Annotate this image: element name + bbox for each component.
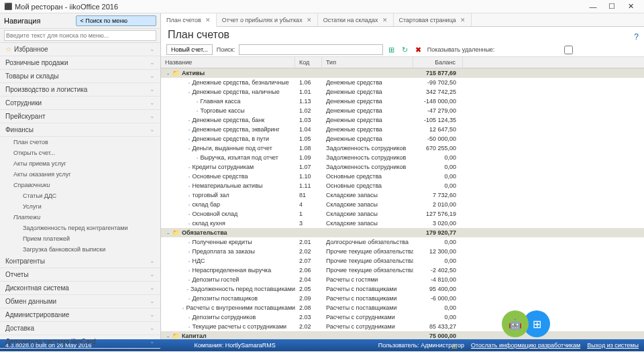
table-row[interactable]: Денежные средства, банк1.03Денежные сред… [161,115,644,125]
table-row[interactable]: Денежные средства, эквайринг1.04Денежные… [161,125,644,134]
sidebar: Навигация < Поиск по меню Избранное⌄ Роз… [0,13,161,339]
group-row[interactable]: -Активы715 877,69 [161,68,644,78]
tab-2[interactable]: Остатки на складах ✕ [318,13,394,26]
nav-favorites[interactable]: Избранное⌄ [0,43,160,56]
table-row[interactable]: Выручка, изъятая под отчет1.09Задолженно… [161,153,644,162]
search-input[interactable] [239,44,383,55]
nav-cat-5[interactable]: Финансы⌄ [0,123,160,137]
nav-bottom-1[interactable]: Отчеты⌄ [0,268,160,282]
tab-3[interactable]: Стартовая страница ✕ [394,13,472,26]
table-row[interactable]: Задолженность перед поставщиками2.05Расч… [161,284,644,294]
excel-icon[interactable]: ⊞ [387,46,396,54]
table-row[interactable]: Полученные кредиты2.01Долгосрочные обяза… [161,237,644,247]
nav-sub[interactable]: Платежи [0,212,160,223]
table-row[interactable]: Кредиты сотрудникам1.07Задолженность сот… [161,162,644,172]
grid-header: Название Код Тип Баланс [161,57,644,68]
table-row[interactable]: Торговые кассы1.02Денежные средства-47 2… [161,106,644,115]
nav-bottom-6[interactable]: Депозитная система iikoCard⌄ [0,335,160,349]
nav-sub[interactable]: Услуги [0,201,160,212]
table-row[interactable]: Главная касса1.13Денежные средства-148 0… [161,97,644,106]
maximize-button[interactable]: ☐ [602,2,621,11]
app-icon: ⬛ [4,3,12,10]
tabs: План счетов ✕Отчет о прибылях и убытках … [161,13,644,27]
table-row[interactable]: Нематериальные активы1.11Основные средст… [161,181,644,190]
close-icon[interactable]: ✕ [460,17,466,23]
nav-bottom-4[interactable]: Администрирование⌄ [0,308,160,322]
nav-sub[interactable]: Акты оказания услуг [0,169,160,180]
nav-bottom-7[interactable]: Помощь⌄ [0,349,160,352]
nav-bottom-0[interactable]: Контрагенты⌄ [0,255,160,268]
minimize-button[interactable]: — [584,3,602,11]
group-row[interactable]: -Капитал75 000,00 [161,331,644,339]
page-title: План счетов [161,27,644,43]
group-row[interactable]: -Обязательства179 920,77 [161,228,644,237]
close-window-button[interactable]: ✕ [621,2,640,11]
chevron-down-icon: ⌄ [150,59,155,66]
exit-link[interactable]: Выход из системы [587,342,639,349]
nav-sub[interactable]: Акты приема услуг [0,158,160,169]
chevron-down-icon: ⌄ [150,257,155,264]
table-row[interactable]: Текущие расчеты с сотрудниками2.02Расчет… [161,322,644,331]
nav-sub[interactable]: Статьи ДДС [0,190,160,201]
table-row[interactable]: Денежные средства, безналичные1.06Денежн… [161,78,644,87]
nav-sub[interactable]: Задолженность перед контрагентами [0,223,160,233]
nav-sub[interactable]: Справочники [0,180,160,190]
close-icon[interactable]: ✕ [307,17,312,23]
nav-sub[interactable]: Открыть счет... [0,148,160,158]
col-code[interactable]: Код [295,57,322,68]
chevron-down-icon: ⌄ [150,311,155,318]
nav-cat-1[interactable]: Товары и склады⌄ [0,70,160,83]
table-row[interactable]: Нераспределенная выручка2.06Прочие текущ… [161,266,644,275]
table-row[interactable]: Депозиты поставщиков2.09Расчеты с постав… [161,294,644,303]
warning-icon: ⚠ [451,343,458,350]
nav-sub[interactable]: План счетов [0,137,160,148]
close-icon[interactable]: ✕ [382,17,388,23]
table-row[interactable]: Депозиты сотрудников2.03Расчеты с сотруд… [161,312,644,322]
table-row[interactable]: Расчеты с внутренними поставщиками2.08Ра… [161,303,644,312]
content: План счетов ✕Отчет о прибылях и убытках … [161,13,644,339]
table-row[interactable]: Основной склад1Складские запасы127 576,1… [161,209,644,219]
table-row[interactable]: Предоплата за заказы2.02Прочие текущие о… [161,247,644,256]
table-row[interactable]: склад бар4Складские запасы2 010,00 [161,200,644,209]
close-icon[interactable]: ✕ [205,17,211,23]
table-row[interactable]: склад кухня3Складские запасы3 020,00 [161,219,644,228]
new-account-button[interactable]: Новый счет... [166,44,213,55]
tab-0[interactable]: План счетов ✕ [161,13,217,27]
grid-body[interactable]: -Активы715 877,69Денежные средства, безн… [161,68,644,339]
nav-cat-2[interactable]: Производство и логистика⌄ [0,83,160,97]
nav-cat-0[interactable]: Розничные продажи⌄ [0,56,160,70]
delete-icon[interactable]: ✖ [414,46,423,54]
dev-link[interactable]: Отослать информацию разработчикам [471,342,580,349]
table-row[interactable]: торговый зал81Складские запасы7 732,60 [161,190,644,200]
refresh-icon[interactable]: ↻ [400,46,410,54]
nav-bottom-5[interactable]: Доставка⌄ [0,322,160,335]
nav-bottom-3[interactable]: Обмен данными⌄ [0,295,160,308]
col-balance[interactable]: Баланс [413,57,463,68]
table-row[interactable]: Деньги, выданные под отчет1.08Задолженно… [161,143,644,153]
nav-sub[interactable]: Прием платежей [0,233,160,244]
menu-search-button[interactable]: < Поиск по меню [76,15,157,26]
chevron-down-icon: ⌄ [150,298,155,304]
chevron-down-icon: ⌄ [150,99,155,106]
table-row[interactable]: НДС2.07Прочие текущие обязательства0,00 [161,256,644,266]
table-row[interactable]: Денежные средства, наличные1.01Денежные … [161,87,644,97]
show-deleted-checkbox[interactable] [498,46,639,54]
tab-1[interactable]: Отчет о прибылях и убытках ✕ [217,13,318,26]
nav-sub[interactable]: Загрузка банковской выписки [0,244,160,255]
chevron-down-icon: ⌄ [150,113,155,119]
help-icon[interactable]: ? [634,32,639,42]
platform-icons: 🤖 ⊞ [502,310,550,337]
nav-search-input[interactable] [4,30,156,41]
chevron-down-icon: ⌄ [150,46,155,52]
table-row[interactable]: Денежные средства, в пути1.05Денежные ср… [161,134,644,143]
table-row[interactable]: Депозиты гостей2.04Расчеты с гостями-4 8… [161,275,644,284]
chevron-down-icon: ⌄ [150,271,155,278]
col-type[interactable]: Тип [322,57,413,68]
search-label: Поиск: [217,46,235,53]
toolbar: Новый счет... Поиск: ⊞ ↻ ✖ Показывать уд… [161,43,644,57]
nav-cat-3[interactable]: Сотрудники⌄ [0,97,160,110]
nav-cat-4[interactable]: Прейскурант⌄ [0,110,160,123]
col-name[interactable]: Название [161,57,295,68]
nav-bottom-2[interactable]: Дисконтная система⌄ [0,282,160,295]
table-row[interactable]: Основные средства1.10Основные средства0,… [161,172,644,181]
